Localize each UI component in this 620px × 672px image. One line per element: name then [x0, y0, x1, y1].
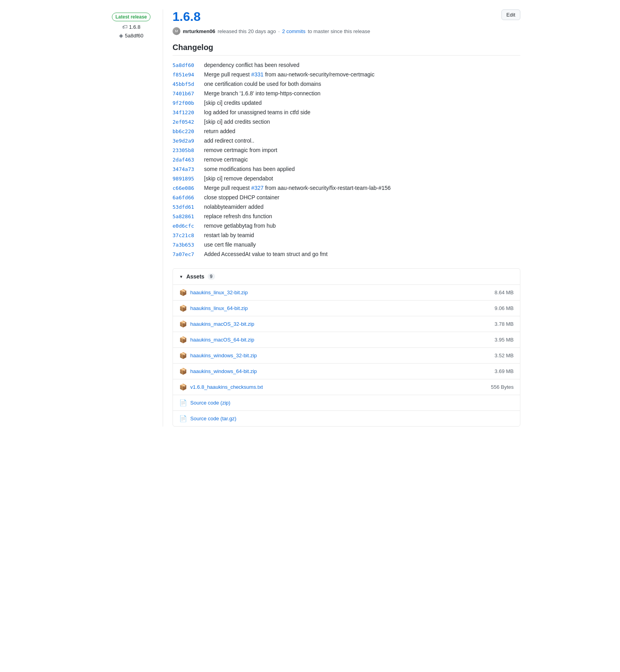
asset-left: 📦haaukins_windows_32-bit.zip [179, 352, 257, 359]
assets-list: 📦haaukins_linux_32-bit.zip8.64 MB📦haauki… [173, 285, 520, 426]
commit-message: [skip ci] credits updated [204, 100, 262, 106]
released-time: released this 20 days ago [217, 28, 276, 34]
commit-hash-link[interactable]: 7a07ec7 [173, 251, 201, 257]
release-header: 1.6.8 Edit [173, 9, 520, 24]
asset-name-link[interactable]: haaukins_windows_32-bit.zip [190, 353, 257, 358]
asset-size: 9.06 MB [495, 305, 514, 311]
asset-row: 📦haaukins_macOS_64-bit.zip3.95 MB [173, 332, 520, 348]
asset-name-link[interactable]: Source code (zip) [190, 400, 230, 406]
asset-name-link[interactable]: haaukins_linux_32-bit.zip [190, 290, 248, 295]
commit-message: close stopped DHCP container [204, 194, 279, 200]
commit-hash-link[interactable]: 2daf463 [173, 157, 201, 163]
changelog-row: 3474a73some modifications has been appli… [173, 164, 520, 174]
commit-hash-link[interactable]: 37c21c8 [173, 232, 201, 238]
asset-left: 📄Source code (zip) [179, 399, 230, 407]
asset-size: 3.69 MB [495, 368, 514, 374]
commit-hash-link[interactable]: 7a3b653 [173, 242, 201, 248]
asset-left: 📦v1.6.8_haaukins_checksums.txt [179, 383, 263, 391]
commit-hash-link[interactable]: 5a82861 [173, 213, 201, 219]
commit-hash-link[interactable]: 45bbf5d [173, 81, 201, 87]
commit-message: [skip ci] add credits section [204, 119, 270, 125]
commit-hash-link[interactable]: bb6c220 [173, 128, 201, 134]
commit-hash-link[interactable]: 34f1220 [173, 110, 201, 115]
changelog-row: 53dfd61nolabbyteamiderr added [173, 202, 520, 212]
changelog-row: 9f2f00b[skip ci] credits updated [173, 98, 520, 108]
commit-pr-link[interactable]: #327 [251, 185, 264, 191]
sidebar-commit: ◈ 5a8df60 [119, 32, 143, 39]
asset-name-link[interactable]: haaukins_macOS_32-bit.zip [190, 321, 254, 327]
commit-message: nolabbyteamiderr added [204, 204, 264, 210]
commit-hash-link[interactable]: 9891895 [173, 176, 201, 182]
asset-name-link[interactable]: haaukins_linux_64-bit.zip [190, 305, 248, 311]
sidebar: Latest release 🏷 1.6.8 ◈ 5a8df60 [100, 9, 163, 427]
commit-message: restart lab by teamid [204, 232, 254, 238]
author-link[interactable]: mrturkmen06 [183, 28, 215, 34]
changelog-row: f851e94Merge pull request #331 from aau-… [173, 70, 520, 79]
main-content: 1.6.8 Edit M mrturkmen06 released this 2… [163, 9, 520, 427]
asset-size: 3.52 MB [495, 353, 514, 358]
sidebar-tag-label: 1.6.8 [129, 24, 141, 30]
changelog-title: Changelog [173, 43, 520, 56]
edit-button[interactable]: Edit [501, 9, 520, 20]
changelog-row: bb6c220return added [173, 126, 520, 136]
zip-icon: 📦 [179, 289, 187, 296]
commit-hash-link[interactable]: c66e086 [173, 185, 201, 191]
commit-message: replace refresh dns function [204, 213, 272, 219]
changelog-row: 5a8df60dependency conflict has been reso… [173, 60, 520, 70]
zip-icon: 📦 [179, 336, 187, 343]
assets-header[interactable]: ▼ Assets 9 [173, 269, 520, 285]
commit-message: return added [204, 128, 235, 134]
latest-release-badge: Latest release [112, 13, 150, 21]
changelog-list: 5a8df60dependency conflict has been reso… [173, 60, 520, 259]
assets-title: Assets [186, 273, 204, 280]
asset-left: 📦haaukins_linux_32-bit.zip [179, 289, 248, 296]
asset-left: 📦haaukins_windows_64-bit.zip [179, 368, 257, 375]
zip-icon: 📦 [179, 304, 187, 312]
commit-hash-link[interactable]: f851e94 [173, 72, 201, 78]
changelog-row: 9891895[skip ci] remove dependabot [173, 174, 520, 183]
asset-size: 556 Bytes [491, 384, 514, 390]
changelog-row: 2daf463remove certmagic [173, 155, 520, 164]
asset-name-link[interactable]: haaukins_windows_64-bit.zip [190, 368, 257, 374]
commit-message: dependency conflict has been resolved [204, 62, 299, 68]
changelog-row: c66e086Merge pull request #327 from aau-… [173, 183, 520, 193]
commit-hash-link[interactable]: 53dfd61 [173, 204, 201, 210]
commit-hash-link[interactable]: e0d6cfc [173, 223, 201, 229]
changelog-row: 5a82861replace refresh dns function [173, 212, 520, 221]
asset-row: 📄Source code (zip) [173, 395, 520, 411]
commits-link[interactable]: 2 commits [282, 28, 305, 34]
commit-hash-link[interactable]: 7401b67 [173, 91, 201, 97]
commit-pr-link[interactable]: #331 [251, 71, 264, 78]
commit-message: use cert file manually [204, 241, 256, 248]
commit-message: remove certmagic [204, 156, 248, 163]
commit-hash-link[interactable]: 3474a73 [173, 166, 201, 172]
asset-name-link[interactable]: v1.6.8_haaukins_checksums.txt [190, 384, 263, 390]
tag-icon: 🏷 [122, 24, 128, 30]
commit-hash-link[interactable]: 23305b8 [173, 147, 201, 153]
avatar-image: M [173, 27, 180, 35]
asset-row: 📦haaukins_linux_32-bit.zip8.64 MB [173, 285, 520, 301]
changelog-row: 3e9d2a9add redirect control.. [173, 136, 520, 145]
commit-icon: ◈ [119, 32, 123, 39]
changelog-row: 7401b67Merge branch '1.6.8' into temp-ht… [173, 89, 520, 98]
source-icon: 📄 [179, 399, 187, 407]
txt-icon: 📦 [179, 383, 187, 391]
commit-hash-link[interactable]: 2ef0542 [173, 119, 201, 125]
commit-message: Merge pull request #327 from aau-network… [204, 185, 391, 191]
commit-message: log added for unassigned teams in ctfd s… [204, 109, 310, 115]
commit-hash-link[interactable]: 5a8df60 [173, 62, 201, 68]
zip-icon: 📦 [179, 320, 187, 328]
separator: · [278, 28, 280, 34]
asset-name-link[interactable]: Source code (tar.gz) [190, 416, 236, 421]
release-meta: M mrturkmen06 released this 20 days ago … [173, 27, 520, 35]
commit-hash-link[interactable]: 6a6fd66 [173, 195, 201, 200]
source-icon: 📄 [179, 415, 187, 422]
asset-row: 📦haaukins_windows_64-bit.zip3.69 MB [173, 364, 520, 379]
asset-left: 📦haaukins_linux_64-bit.zip [179, 304, 248, 312]
sidebar-tag: 🏷 1.6.8 [122, 24, 141, 30]
commit-hash-link[interactable]: 9f2f00b [173, 100, 201, 106]
asset-size: 3.95 MB [495, 337, 514, 343]
asset-size: 3.78 MB [495, 321, 514, 327]
asset-name-link[interactable]: haaukins_macOS_64-bit.zip [190, 337, 254, 343]
commit-hash-link[interactable]: 3e9d2a9 [173, 138, 201, 144]
